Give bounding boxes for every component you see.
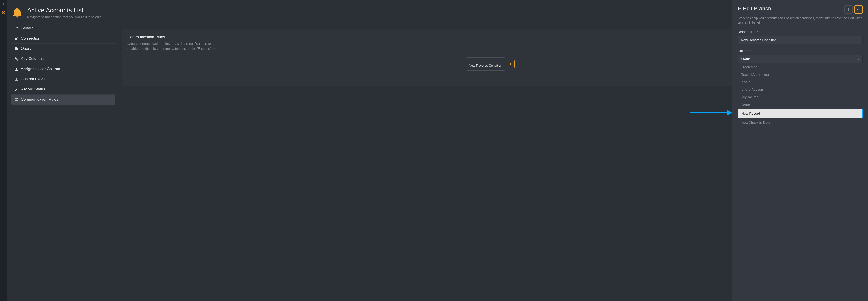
wrench-icon	[14, 26, 19, 30]
nav-item-label: Record Status	[21, 87, 45, 92]
nav-item-label: Connection	[21, 36, 40, 41]
svg-point-2	[16, 68, 17, 69]
plug-icon	[14, 37, 19, 40]
confirm-button[interactable]	[855, 5, 863, 13]
page-header: Active Accounts List Navigate to the sec…	[11, 7, 115, 19]
dropdown-option[interactable]: KeyColumn	[738, 93, 863, 101]
svg-point-7	[485, 61, 485, 62]
nav-item-communication-rules[interactable]: Communication Rules	[11, 94, 115, 105]
nav-item-label: General	[21, 26, 34, 31]
nav-item-connection[interactable]: Connection	[11, 33, 115, 43]
svg-point-10	[738, 9, 739, 10]
bell-icon	[11, 7, 23, 19]
columns-icon	[14, 77, 19, 81]
nav-item-custom-fields[interactable]: Custom Fields	[11, 74, 115, 84]
add-branch-button[interactable]: +	[506, 60, 515, 68]
svg-rect-5	[15, 98, 18, 101]
dropdown-option[interactable]: Record Age (mins)	[738, 71, 863, 78]
sidebar-collapsed	[0, 0, 7, 301]
branch-icon	[469, 60, 502, 63]
drawer-description: Branches help you distribute rows based …	[738, 16, 863, 25]
branch-chip[interactable]: New Records Condition	[466, 57, 505, 70]
nav-item-record-status[interactable]: Record Status	[11, 84, 115, 94]
nav-item-label: Custom Fields	[21, 77, 45, 82]
dropdown-option[interactable]: Created on	[738, 63, 863, 71]
dropdown-option[interactable]: Name	[738, 101, 863, 108]
dropdown-option[interactable]: New Record	[738, 109, 863, 118]
delete-button[interactable]	[844, 5, 852, 13]
column-select[interactable]: Status ▾	[738, 55, 863, 63]
column-dropdown: Created onRecord Age (mins)IgnoreIgnore …	[738, 63, 863, 126]
branch-icon	[738, 5, 741, 12]
edit-icon	[14, 88, 19, 91]
nav-item-general[interactable]: General	[11, 23, 115, 33]
nav-item-label: Communication Rules	[21, 97, 58, 102]
add-branch-secondary-button[interactable]: +	[516, 60, 524, 68]
page-subtitle: Navigate to the section that you would l…	[27, 15, 101, 19]
svg-point-9	[738, 7, 739, 8]
dropdown-option[interactable]: Next Check-in Date	[738, 119, 863, 126]
add-icon[interactable]	[2, 11, 5, 15]
nav-item-query[interactable]: Query	[11, 43, 115, 54]
nav-item-label: Query	[21, 47, 31, 51]
column-label: Column *	[738, 49, 863, 53]
left-column: Active Accounts List Navigate to the sec…	[7, 0, 115, 301]
branch-label: New Records Condition	[469, 64, 502, 67]
file-icon	[14, 47, 19, 51]
branch-name-input[interactable]	[738, 35, 863, 44]
nav-item-key-columns[interactable]: Key Columns	[11, 54, 115, 64]
key-icon	[14, 57, 19, 61]
dropdown-option[interactable]: Ignore	[738, 78, 863, 86]
nav-item-label: Assigned User Column	[21, 67, 60, 71]
nav-item-label: Key Columns	[21, 57, 43, 61]
envelope-icon	[14, 98, 19, 101]
expand-sidebar-icon[interactable]	[2, 2, 5, 6]
dropdown-option[interactable]: Ignore Reason	[738, 86, 863, 93]
svg-point-6	[485, 60, 485, 61]
drawer-title: Edit Branch	[738, 5, 771, 12]
branch-name-label: Branch Name *	[738, 30, 863, 34]
edit-branch-drawer: Edit Branch Branches help you distribute…	[732, 0, 868, 301]
nav-item-assigned-user-column[interactable]: Assigned User Column	[11, 64, 115, 74]
page-title: Active Accounts List	[27, 7, 101, 14]
chevron-down-icon: ▾	[858, 57, 859, 61]
section-nav: GeneralConnectionQueryKey ColumnsAssigne…	[11, 23, 115, 105]
user-icon	[14, 67, 19, 71]
